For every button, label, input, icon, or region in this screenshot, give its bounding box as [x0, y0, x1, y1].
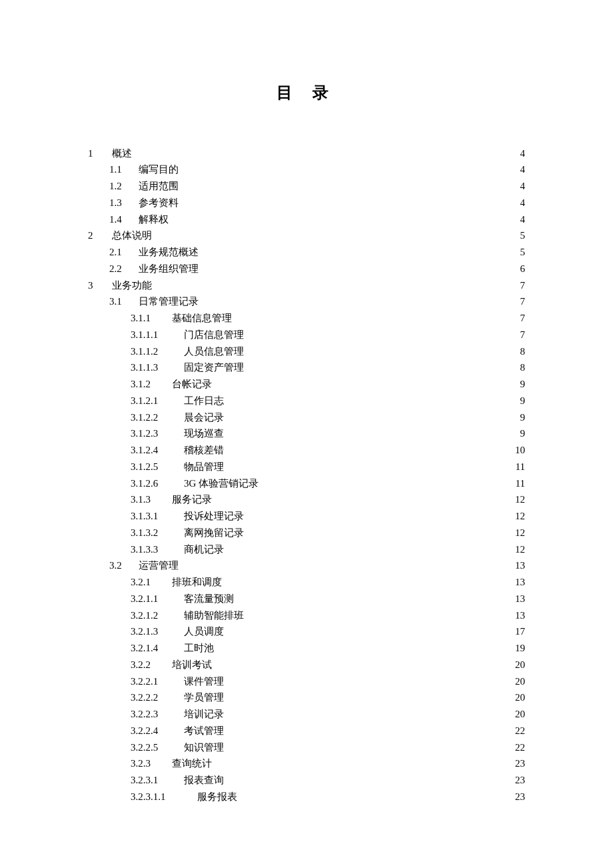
toc-entry[interactable]: 2.1业务规范概述5 — [88, 244, 525, 261]
toc-entry-page: 11 — [516, 459, 525, 475]
toc-entry[interactable]: 3.1.1.1门店信息管理7 — [88, 327, 525, 343]
toc-entry-page: 23 — [515, 789, 525, 805]
toc-entry-label: 工时池 — [179, 640, 214, 657]
toc-entry-number: 3.2.2 — [131, 657, 167, 673]
toc-entry[interactable]: 3.2.2培训考试20 — [88, 657, 525, 673]
toc-entry-page: 22 — [515, 739, 525, 756]
toc-entry-label: 固定资产管理 — [179, 359, 244, 376]
toc-entry-label: 业务组织管理 — [133, 261, 199, 277]
toc-entry-page: 4 — [520, 145, 526, 162]
toc-entry[interactable]: 3.2.2.1课件管理20 — [88, 673, 525, 690]
toc-entry[interactable]: 3.1.1.3固定资产管理8 — [88, 359, 525, 376]
toc-entry-label: 培训记录 — [179, 706, 224, 723]
toc-entry[interactable]: 3.2.2.4考试管理22 — [88, 723, 525, 739]
toc-entry[interactable]: 1.3参考资料4 — [88, 195, 525, 211]
toc-entry[interactable]: 3.1.1基础信息管理7 — [88, 310, 525, 327]
toc-entry-number: 3.2.2.4 — [131, 723, 179, 739]
toc-entry-number: 3.2.1.4 — [131, 640, 179, 657]
toc-entry[interactable]: 3.2.3.1报表查询23 — [88, 772, 525, 789]
toc-entry[interactable]: 2.2业务组织管理6 — [88, 261, 525, 277]
toc-entry-label: 适用范围 — [133, 178, 179, 195]
toc-entry-page: 13 — [515, 607, 525, 624]
toc-entry[interactable]: 3.2.2.5知识管理22 — [88, 739, 525, 756]
toc-entry[interactable]: 3.2.1.1客流量预测13 — [88, 591, 525, 607]
toc-entry[interactable]: 1概述4 — [88, 145, 525, 162]
toc-entry-number: 2.1 — [109, 244, 133, 261]
toc-entry-label: 稽核差错 — [179, 442, 224, 459]
toc-entry-number: 3.1.2.4 — [131, 442, 179, 459]
toc-entry[interactable]: 3.1日常管理记录7 — [88, 293, 525, 310]
toc-entry[interactable]: 1.4解释权4 — [88, 211, 525, 228]
toc-entry[interactable]: 3.2.3.1.1服务报表23 — [88, 789, 525, 805]
toc-entry-page: 13 — [515, 557, 525, 574]
toc-entry-number: 3.2.2.1 — [131, 673, 179, 690]
toc-entry[interactable]: 3.2.2.2学员管理20 — [88, 689, 525, 706]
toc-entry-label: 人员信息管理 — [179, 343, 244, 360]
toc-entry-page: 9 — [520, 393, 526, 409]
page-title: 目 录 — [88, 80, 525, 107]
toc-entry-page: 13 — [515, 591, 525, 607]
toc-entry-label: 工作日志 — [179, 393, 224, 409]
toc-entry[interactable]: 1.1编写目的4 — [88, 161, 525, 178]
toc-entry[interactable]: 3.1.2.2晨会记录9 — [88, 409, 525, 426]
toc-entry-number: 3.2.1.3 — [131, 623, 179, 640]
toc-entry-page: 4 — [520, 195, 526, 211]
toc-entry[interactable]: 1.2适用范围4 — [88, 178, 525, 195]
toc-entry[interactable]: 3.1.2.63G 体验营销记录11 — [88, 475, 525, 492]
toc-entry-number: 3.1.1 — [131, 310, 167, 327]
toc-entry[interactable]: 3.2运营管理13 — [88, 557, 525, 574]
toc-entry-number: 3.2.3.1 — [131, 772, 179, 789]
toc-entry-page: 4 — [520, 211, 526, 228]
toc-entry-label: 商机记录 — [179, 541, 224, 558]
toc-entry-number: 3.2.1.2 — [131, 607, 179, 624]
toc-entry[interactable]: 3.2.2.3培训记录20 — [88, 706, 525, 723]
toc-entry-label: 离网挽留记录 — [179, 525, 244, 541]
toc-entry[interactable]: 3.1.2.3现场巡查9 — [88, 425, 525, 442]
toc-entry-page: 7 — [520, 277, 526, 294]
toc-entry[interactable]: 3.1.2.5物品管理11 — [88, 459, 525, 475]
toc-entry[interactable]: 3.1.3.1投诉处理记录12 — [88, 508, 525, 525]
toc-entry-number: 1.2 — [109, 178, 133, 195]
toc-entry-label: 查询统计 — [167, 755, 212, 772]
toc-entry-label: 业务功能 — [107, 277, 152, 294]
toc-entry-number: 3.1.3.2 — [131, 525, 179, 541]
toc-entry[interactable]: 3.1.3服务记录12 — [88, 491, 525, 508]
toc-entry[interactable]: 3.1.2.1工作日志9 — [88, 393, 525, 409]
toc-entry[interactable]: 3.2.1.4工时池19 — [88, 640, 525, 657]
toc-entry-page: 20 — [515, 673, 525, 690]
toc-entry-page: 9 — [520, 409, 526, 426]
toc-entry-number: 3.1.1.3 — [131, 359, 179, 376]
toc-entry[interactable]: 3.2.3查询统计23 — [88, 755, 525, 772]
toc-entry-number: 3.1.2.6 — [131, 475, 179, 492]
toc-entry[interactable]: 3.1.2.4稽核差错10 — [88, 442, 525, 459]
toc-entry-page: 9 — [520, 376, 526, 393]
toc-entry-number: 3.2.3.1.1 — [131, 789, 192, 805]
toc-entry-page: 13 — [515, 574, 525, 591]
toc-entry-page: 7 — [520, 327, 526, 343]
toc-entry-number: 2.2 — [109, 261, 133, 277]
toc-entry[interactable]: 3.2.1.3人员调度17 — [88, 623, 525, 640]
toc-entry-label: 运营管理 — [133, 557, 179, 574]
toc-entry[interactable]: 3.2.1.2辅助智能排班13 — [88, 607, 525, 624]
toc-entry-label: 3G 体验营销记录 — [179, 475, 259, 492]
toc-entry[interactable]: 3业务功能7 — [88, 277, 525, 294]
toc-entry[interactable]: 3.1.3.3商机记录12 — [88, 541, 525, 558]
toc-entry[interactable]: 2总体说明5 — [88, 227, 525, 244]
toc-entry-label: 辅助智能排班 — [179, 607, 244, 624]
toc-entry-label: 学员管理 — [179, 689, 224, 706]
toc-entry-number: 3.1.3.3 — [131, 541, 179, 558]
toc-entry[interactable]: 3.1.1.2人员信息管理8 — [88, 343, 525, 360]
toc-entry-label: 投诉处理记录 — [179, 508, 244, 525]
toc-entry-number: 1.3 — [109, 195, 133, 211]
toc-entry-label: 考试管理 — [179, 723, 224, 739]
toc-entry-page: 23 — [515, 772, 525, 789]
toc-entry-page: 7 — [520, 293, 526, 310]
toc-entry[interactable]: 3.1.2台帐记录9 — [88, 376, 525, 393]
toc-entry[interactable]: 3.2.1排班和调度13 — [88, 574, 525, 591]
toc-entry-page: 5 — [520, 227, 526, 244]
toc-entry-number: 3.1.2.1 — [131, 393, 179, 409]
toc-entry-label: 日常管理记录 — [133, 293, 199, 310]
toc-entry-label: 解释权 — [133, 211, 169, 228]
toc-entry[interactable]: 3.1.3.2离网挽留记录12 — [88, 525, 525, 541]
toc-entry-label: 客流量预测 — [179, 591, 234, 607]
